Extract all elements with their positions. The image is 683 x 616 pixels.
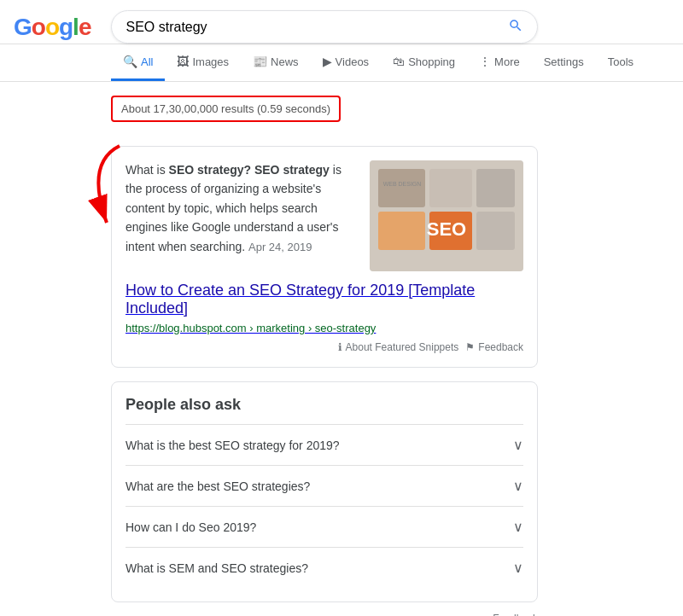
chevron-down-icon-1: ∨ [513, 478, 523, 494]
tab-news-label: News [271, 55, 299, 68]
svg-rect-6 [476, 169, 515, 207]
images-icon: 🖼 [177, 55, 189, 68]
snippet-footer: ℹ About Featured Snippets ⚑ Feedback [126, 334, 523, 353]
paa-item-2[interactable]: How can I do Seo 2019? ∨ [126, 506, 523, 547]
about-snippets-label: About Featured Snippets [346, 341, 459, 353]
flag-icon: ⚑ [465, 341, 475, 353]
people-also-ask-box: People also ask What is the best SEO str… [111, 381, 538, 602]
chevron-down-icon-0: ∨ [513, 437, 523, 453]
tab-shopping[interactable]: 🛍 Shopping [381, 44, 467, 81]
svg-text:SEO: SEO [427, 218, 466, 240]
search-button[interactable] [508, 18, 523, 36]
annotation-wrapper: What is SEO strategy? SEO strategy is th… [111, 146, 538, 368]
featured-snippet: What is SEO strategy? SEO strategy is th… [111, 146, 538, 368]
tab-more[interactable]: ⋮ More [467, 44, 532, 81]
tab-videos[interactable]: ▶ Videos [311, 44, 382, 81]
results-count-text: About 17,30,00,000 results (0.59 seconds… [121, 102, 330, 115]
tab-shopping-label: Shopping [408, 55, 455, 68]
paa-feedback: Feedback [111, 609, 538, 616]
paa-title: People also ask [126, 396, 523, 414]
snippet-link-url: https://blog.hubspot.com › marketing › s… [126, 322, 376, 334]
svg-text:WEB DESIGN: WEB DESIGN [383, 181, 422, 187]
snippet-date: Apr 24, 2019 [248, 241, 312, 253]
snippet-text: What is SEO strategy? SEO strategy is th… [126, 160, 356, 271]
tab-all[interactable]: 🔍 All [111, 44, 165, 81]
svg-rect-3 [429, 169, 472, 207]
snippet-bold: SEO strategy? SEO strategy [169, 163, 330, 177]
red-arrow-annotation [60, 137, 137, 240]
results-count-box: About 17,30,00,000 results (0.59 seconds… [111, 96, 341, 122]
tab-settings[interactable]: Settings [532, 45, 596, 81]
paa-question-3: What is SEM and SEO strategies? [126, 561, 308, 575]
about-featured-snippets[interactable]: ℹ About Featured Snippets [338, 341, 459, 353]
results-count-wrapper: About 17,30,00,000 results (0.59 seconds… [111, 96, 538, 136]
paa-feedback-label[interactable]: Feedback [493, 613, 538, 616]
shopping-icon: 🛍 [393, 55, 405, 68]
all-icon: 🔍 [123, 55, 137, 68]
google-logo: Google [14, 14, 90, 41]
tab-settings-label: Settings [544, 55, 584, 68]
snippet-link[interactable]: How to Create an SEO Strategy for 2019 [… [126, 282, 523, 334]
svg-rect-2 [378, 169, 425, 207]
snippet-image: SEO WEB DESIGN [370, 160, 523, 271]
tab-news[interactable]: 📰 News [241, 44, 311, 81]
chevron-down-icon-3: ∨ [513, 560, 523, 576]
tab-tools[interactable]: Tools [596, 45, 645, 81]
tab-videos-label: Videos [336, 55, 370, 68]
main-content: About 17,30,00,000 results (0.59 seconds… [0, 82, 683, 616]
chevron-down-icon-2: ∨ [513, 519, 523, 535]
snippet-feedback-label: Feedback [478, 341, 523, 353]
snippet-link-title: How to Create an SEO Strategy for 2019 [… [126, 282, 523, 317]
snippet-feedback-button[interactable]: ⚑ Feedback [465, 341, 523, 353]
svg-rect-4 [378, 212, 425, 250]
search-bar [111, 10, 538, 44]
nav-tabs: 🔍 All 🖼 Images 📰 News ▶ Videos 🛍 Shoppin… [0, 44, 683, 82]
paa-question-1: What are the best SEO strategies? [126, 479, 310, 493]
svg-rect-7 [476, 212, 515, 250]
snippet-body: What is SEO strategy? SEO strategy is th… [126, 160, 523, 271]
nav-settings: Settings Tools [532, 45, 645, 81]
info-icon: ℹ [338, 341, 342, 353]
tab-more-label: More [494, 55, 520, 68]
tab-tools-label: Tools [608, 55, 633, 68]
more-icon: ⋮ [479, 55, 491, 68]
videos-icon: ▶ [323, 55, 332, 68]
tab-all-label: All [141, 55, 153, 68]
paa-item-0[interactable]: What is the best SEO strategy for 2019? … [126, 424, 523, 465]
header: Google [0, 0, 683, 44]
search-input[interactable] [126, 20, 501, 35]
puzzle-image-svg: SEO WEB DESIGN [370, 160, 523, 271]
paa-question-0: What is the best SEO strategy for 2019? [126, 439, 340, 452]
tab-images[interactable]: 🖼 Images [165, 44, 241, 81]
paa-item-3[interactable]: What is SEM and SEO strategies? ∨ [126, 547, 523, 588]
paa-question-2: How can I do Seo 2019? [126, 520, 256, 534]
news-icon: 📰 [253, 55, 267, 68]
tab-images-label: Images [192, 55, 229, 68]
paa-item-1[interactable]: What are the best SEO strategies? ∨ [126, 465, 523, 506]
